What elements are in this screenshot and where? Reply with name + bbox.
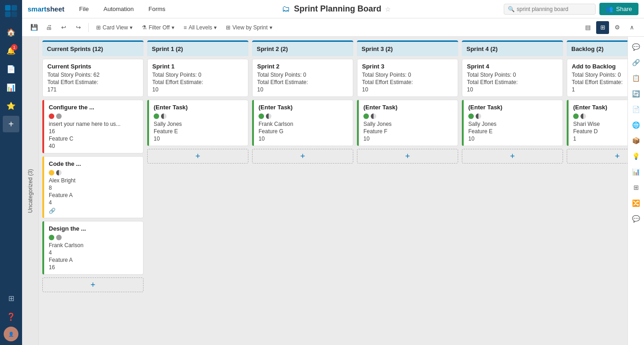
task-assignee: Shari Wise [573,121,627,127]
sidebar-home-icon[interactable]: 🏠 [3,24,19,40]
chart-icon[interactable]: 📊 [630,165,643,178]
story-points-field: Total Story Points: 0 [572,72,627,78]
copy-icon[interactable]: 📋 [630,72,643,85]
task-dots [573,113,627,119]
main-area: smartsheet File Automation Forms 🗂 Sprin… [22,0,644,345]
svg-rect-3 [12,11,17,17]
add-task-button[interactable]: + [252,149,353,164]
add-task-button[interactable]: + [462,149,563,164]
sprint-name: Sprint 4 [467,63,558,70]
uncategorized-sidebar[interactable]: Uncategorized (3) [22,37,39,345]
board-icon: 🗂 [282,4,290,14]
save-button[interactable]: 💾 [28,21,40,34]
summary-card-sprint-1: Sprint 1 Total Story Points: 0 Total Eff… [147,59,248,97]
sidebar-add-icon[interactable]: + [3,116,19,132]
view-by-chevron: ▾ [270,24,272,31]
column-header-current-sprints: Current Sprints (12) [42,40,144,56]
attach-icon[interactable]: 🔗 [630,56,643,69]
view-by-button[interactable]: ⊞ View by Sprint ▾ [222,23,276,33]
user-avatar[interactable]: 👤 [4,327,18,341]
task-card[interactable]: Configure the ... insert your name here … [42,100,144,153]
task-title: (Enter Task) [363,104,453,111]
task-title: (Enter Task) [573,104,627,111]
collapse-button[interactable]: ∧ [626,21,638,34]
column-header-sprint-1: Sprint 1 (2) [147,40,248,56]
svg-rect-2 [5,11,11,17]
shuffle-icon[interactable]: 🔀 [630,197,643,209]
comments-icon[interactable]: 💬 [630,40,643,53]
sidebar-reports-icon[interactable]: 📊 [3,79,19,96]
svg-rect-1 [12,5,17,11]
task-card[interactable]: Design the ... Frank Carlson4Feature A16 [42,221,144,275]
task-dots [259,113,348,119]
search-box[interactable]: 🔍 [504,4,596,15]
status-dot-green [363,113,369,119]
print-button[interactable]: 🖨 [42,21,55,34]
add-task-button[interactable]: + [357,149,458,164]
sidebar-favorites-icon[interactable]: ⭐ [3,97,19,114]
sidebar-help-icon[interactable]: ❓ [3,308,19,325]
nav-file[interactable]: File [75,4,92,14]
task-card[interactable]: (Enter Task) Sally JonesFeature F10 [357,100,458,146]
task-card[interactable]: Code the ... Alex Bright8Feature A4🔗 [42,156,144,218]
sprint-name: Sprint 1 [152,63,243,70]
effort-field: Total Effort Estimate: [572,79,627,85]
summary-card-current-sprints: Current Sprints Total Story Points: 62 T… [42,59,144,97]
task-dots [468,113,558,119]
uncategorized-label: Uncategorized (3) [27,169,34,213]
add-task-button[interactable]: + [567,149,627,164]
search-input[interactable] [517,6,592,12]
card-view-button[interactable]: ⊞ Card View ▾ [92,23,136,33]
add-task-button[interactable]: + [147,149,248,164]
effort-field: Total Effort Estimate: [152,79,243,85]
task-field1: 8 [49,185,138,191]
redo-button[interactable]: ↪ [72,21,85,34]
task-field1: 4 [49,249,138,256]
task-field1: Feature G [259,128,348,135]
task-dots [49,235,138,240]
levels-chevron: ▾ [214,24,217,31]
effort-field: Total Effort Estimate: [362,79,453,85]
refresh-icon[interactable]: 🔄 [630,87,643,100]
globe-icon[interactable]: 🌐 [630,119,643,131]
doc-icon[interactable]: 📄 [630,103,643,116]
task-dots [49,170,138,175]
lightbulb-icon[interactable]: 💡 [630,150,643,163]
sidebar-sheets-icon[interactable]: 📄 [3,61,19,77]
board-column-sprint-4: Sprint 4 (2) Sprint 4 Total Story Points… [462,40,563,341]
task-title: (Enter Task) [259,104,348,111]
effort-value: 10 [152,86,243,93]
task-card[interactable]: (Enter Task) Frank CarlsonFeature G10 [252,100,353,146]
task-card[interactable]: (Enter Task) Sally JonesFeature E10 [462,100,563,146]
summary-card-sprint-2: Sprint 2 Total Story Points: 0 Total Eff… [252,59,353,97]
nav-automation[interactable]: Automation [100,4,138,14]
task-dots [154,113,243,119]
card-grid-button[interactable]: ⊞ [596,21,609,34]
status-dot-green [259,113,264,119]
task-field2: 10 [468,136,558,142]
favorite-star-icon[interactable]: ☆ [385,6,391,13]
share-button[interactable]: 👥 Share [599,3,638,15]
compact-view-button[interactable]: ▤ [581,21,594,34]
levels-button[interactable]: ≡ All Levels ▾ [180,23,220,33]
story-points-field: Total Story Points: 0 [362,72,453,78]
top-header: smartsheet File Automation Forms 🗂 Sprin… [22,0,644,18]
share-icon: 👥 [606,6,613,12]
undo-button[interactable]: ↩ [57,21,70,34]
package-icon[interactable]: 📦 [630,134,643,147]
sidebar-grid-icon[interactable]: ⊞ [3,290,19,306]
sidebar-notifications-icon[interactable]: 🔔 1 [3,42,19,59]
effort-value: 171 [47,86,138,93]
task-card[interactable]: (Enter Task) Sally JonesFeature E10 [147,100,248,146]
grid-icon[interactable]: ⊞ [630,181,643,194]
add-task-button[interactable]: + [42,277,144,292]
filter-button[interactable]: ⚗ Filter Off ▾ [138,23,178,33]
status-dot-half [161,113,167,119]
nav-forms[interactable]: Forms [145,4,169,14]
message-icon[interactable]: 💬 [630,212,643,225]
status-dot-green [573,113,579,119]
task-dots [363,113,453,119]
settings-button[interactable]: ⚙ [611,21,624,34]
task-card[interactable]: (Enter Task) Shari WiseFeature D1 [567,100,627,146]
task-field2: Feature A [49,257,138,263]
